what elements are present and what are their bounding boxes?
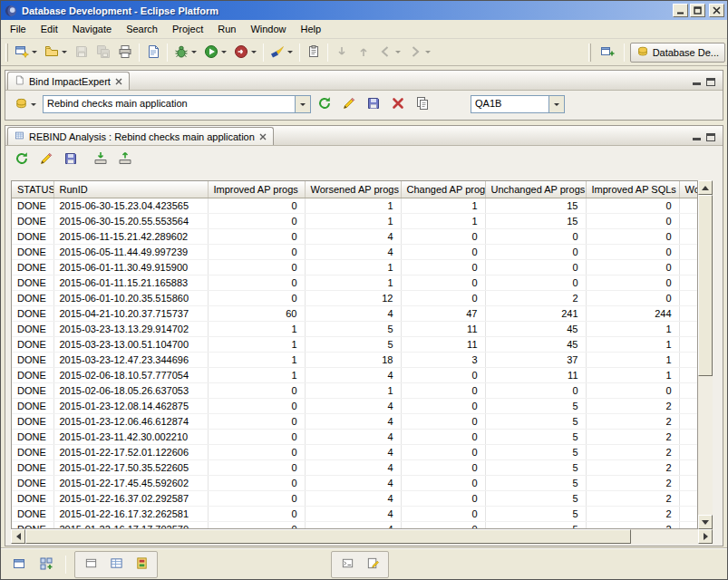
back-button[interactable] xyxy=(374,42,404,63)
restore-views-button[interactable] xyxy=(8,554,30,575)
delete-button[interactable] xyxy=(387,94,409,114)
table-row[interactable]: DONE2015-01-23-11.42.30.00221004052 xyxy=(12,429,698,444)
minimize-view-icon[interactable] xyxy=(693,133,701,141)
bookmarks-view-button[interactable] xyxy=(131,554,152,575)
console-view-button[interactable] xyxy=(336,554,358,575)
profile-combo[interactable]: Rebind checks main application xyxy=(43,95,311,113)
maximize-button[interactable] xyxy=(690,4,705,17)
table-row[interactable]: DONE2015-02-06-18.10.57.777054140111 xyxy=(12,367,698,382)
table-row[interactable]: DONE2015-01-22-16.37.02.29258704052 xyxy=(12,490,698,506)
perspective-bar-handle[interactable] xyxy=(588,44,591,62)
prev-annotation-button[interactable] xyxy=(353,42,374,63)
column-header[interactable]: RunID xyxy=(53,181,208,198)
combo-dropdown-button[interactable] xyxy=(295,96,310,112)
copy-button[interactable] xyxy=(412,94,433,114)
task-button[interactable] xyxy=(303,42,325,63)
column-header[interactable]: Worsened AP progs xyxy=(305,181,401,198)
table-row[interactable]: DONE2015-03-23-13.00.51.1047001511451 xyxy=(12,336,698,352)
tab-close-icon[interactable] xyxy=(115,76,122,87)
import-button[interactable] xyxy=(90,150,112,169)
column-header[interactable]: Improved AP SQLs xyxy=(586,181,679,198)
horizontal-scrollbar[interactable] xyxy=(11,529,713,544)
menu-item-run[interactable]: Run xyxy=(210,22,243,36)
scroll-right-button[interactable] xyxy=(698,529,713,544)
explorer-view-button[interactable] xyxy=(80,554,102,575)
column-header[interactable]: Wo xyxy=(679,181,698,198)
new-wizard-button[interactable] xyxy=(11,42,41,63)
table-row[interactable]: DONE2015-01-22-16.17.17.70257004052 xyxy=(12,521,698,529)
edit-button[interactable] xyxy=(338,94,360,114)
save-all-button[interactable] xyxy=(92,42,114,63)
edit-button[interactable] xyxy=(35,150,57,169)
table-row[interactable]: DONE2015-01-23-12.06.46.61287404052 xyxy=(12,413,698,429)
next-annotation-button[interactable] xyxy=(331,42,353,63)
search-button[interactable] xyxy=(267,42,296,63)
close-button[interactable] xyxy=(709,4,724,17)
maximize-view-icon[interactable] xyxy=(706,78,715,86)
sql-editor-button[interactable] xyxy=(142,42,164,63)
table-row[interactable]: DONE2015-01-23-12.08.14.46287504052 xyxy=(12,398,698,413)
menu-item-help[interactable]: Help xyxy=(294,22,329,36)
scroll-track[interactable] xyxy=(631,529,698,544)
print-button[interactable] xyxy=(114,42,136,63)
horizontal-scroll-thumb[interactable] xyxy=(25,529,631,544)
table-row[interactable]: DONE2015-01-22-17.52.01.12260604052 xyxy=(12,444,698,459)
column-header[interactable]: STATUS xyxy=(12,181,53,198)
debug-button[interactable] xyxy=(170,42,200,63)
maximize-view-icon[interactable] xyxy=(706,133,715,141)
column-header[interactable]: Unchanged AP progs xyxy=(485,181,586,198)
table-row[interactable]: DONE2015-03-23-12.47.23.3446961183371 xyxy=(12,352,698,367)
table-row[interactable]: DONE2015-04-21-10.20.37.7157376044724124… xyxy=(12,305,698,321)
column-header[interactable]: Changed AP progs xyxy=(401,181,485,198)
table-row[interactable]: DONE2015-03-23-13.13.29.9147021511451 xyxy=(12,321,698,336)
scroll-up-button[interactable] xyxy=(698,180,713,195)
tab-bind-impactexpert[interactable]: Bind ImpactExpert xyxy=(7,72,130,90)
table-row[interactable]: DONE2015-06-01-11.15.21.16588301000 xyxy=(12,275,698,290)
table-row[interactable]: DONE2015-06-01-11.30.49.91590001000 xyxy=(12,259,698,275)
menu-item-navigate[interactable]: Navigate xyxy=(65,22,119,36)
table-row[interactable]: DONE2015-01-22-16.17.32.26258104052 xyxy=(12,506,698,521)
external-tools-button[interactable] xyxy=(230,42,260,63)
vertical-scrollbar[interactable] xyxy=(698,180,713,529)
minimize-view-icon[interactable] xyxy=(693,78,701,86)
export-button[interactable] xyxy=(114,150,136,169)
table-row[interactable]: DONE2015-02-06-18.05.26.63705301000 xyxy=(12,382,698,398)
minimize-button[interactable] xyxy=(673,4,688,17)
save-button[interactable] xyxy=(71,42,92,63)
table-row[interactable]: DONE2015-06-11-15.21.42.28960204000 xyxy=(12,228,698,244)
title-bar[interactable]: Database Development - Eclipse Platform xyxy=(1,1,727,20)
menu-item-file[interactable]: File xyxy=(3,22,34,36)
save-result-button[interactable] xyxy=(60,150,82,169)
connection-selector-button[interactable] xyxy=(11,94,40,114)
refresh-button[interactable] xyxy=(314,94,335,114)
table-row[interactable]: DONE2015-06-05-11.44.49.99723904000 xyxy=(12,244,698,259)
scroll-left-button[interactable] xyxy=(11,529,25,544)
table-row[interactable]: DONE2015-06-30-15.20.55.553564011150 xyxy=(12,213,698,228)
vertical-scroll-thumb[interactable] xyxy=(698,195,713,376)
fast-view-button[interactable] xyxy=(35,554,57,575)
perspective-database-button[interactable]: Database De... xyxy=(630,43,725,63)
open-file-button[interactable] xyxy=(41,42,71,63)
scroll-down-button[interactable] xyxy=(698,515,713,529)
data-output-view-button[interactable] xyxy=(105,554,127,575)
sql-results-view-button[interactable] xyxy=(362,554,383,575)
refresh-button[interactable] xyxy=(11,150,33,169)
menu-item-search[interactable]: Search xyxy=(119,22,165,36)
menu-item-window[interactable]: Window xyxy=(243,22,293,36)
table-row[interactable]: DONE2015-06-30-15.23.04.423565011150 xyxy=(12,198,698,213)
forward-button[interactable] xyxy=(404,42,434,63)
toolbar-drag-handle[interactable] xyxy=(5,44,8,62)
column-header[interactable]: Improved AP progs xyxy=(208,181,305,198)
scroll-track[interactable] xyxy=(698,376,713,515)
run-button[interactable] xyxy=(200,42,230,63)
subsystem-combo[interactable]: QA1B xyxy=(471,95,565,113)
table-row[interactable]: DONE2015-01-22-17.50.35.52260504052 xyxy=(12,459,698,475)
menu-item-project[interactable]: Project xyxy=(165,22,210,36)
save-result-button[interactable] xyxy=(363,94,384,114)
tab-close-icon[interactable] xyxy=(259,131,267,142)
open-perspective-button[interactable] xyxy=(597,42,618,63)
combo-dropdown-button[interactable] xyxy=(548,96,564,112)
table-row[interactable]: DONE2015-01-22-17.45.45.59260204052 xyxy=(12,475,698,490)
menu-item-edit[interactable]: Edit xyxy=(34,22,65,36)
tab-rebind-analysis[interactable]: REBIND Analysis : Rebind checks main app… xyxy=(7,127,274,145)
